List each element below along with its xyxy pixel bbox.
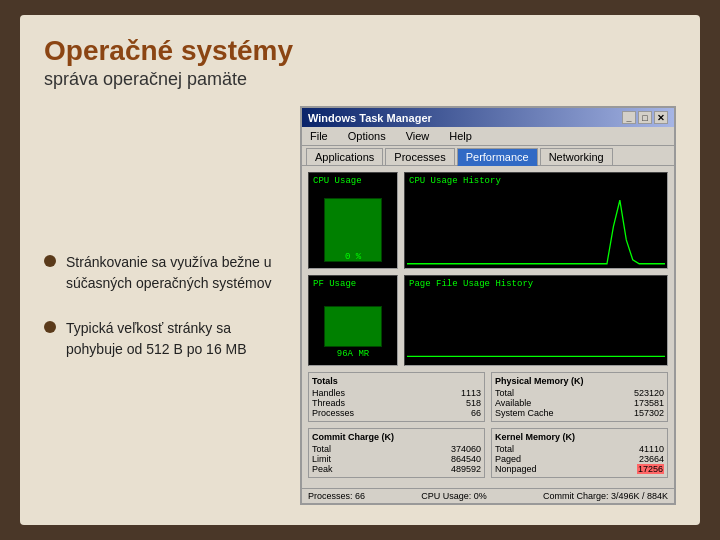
- window-tabs: Applications Processes Performance Netwo…: [302, 146, 674, 166]
- task-manager-window: Windows Task Manager _ □ ✕ File Options …: [300, 106, 676, 505]
- pf-usage-graph: 96A MR: [311, 290, 395, 363]
- status-processes: Processes: 66: [308, 491, 365, 501]
- table-row: Processes 66: [312, 408, 481, 418]
- window-title: Windows Task Manager: [308, 112, 432, 124]
- commit-charge-title: Commit Charge (K): [312, 432, 481, 442]
- nonpaged-value-highlighted: 17256: [637, 464, 664, 474]
- status-commit: Commit Charge: 3/496K / 884K: [543, 491, 668, 501]
- pf-usage-box: PF Usage 96A MR: [308, 275, 398, 366]
- close-button[interactable]: ✕: [654, 111, 668, 124]
- menu-options[interactable]: Options: [344, 129, 390, 143]
- table-row: Peak 489592: [312, 464, 481, 474]
- totals-title: Totals: [312, 376, 481, 386]
- table-row: Nonpaged 17256: [495, 464, 664, 474]
- kernel-memory-title: Kernel Memory (K): [495, 432, 664, 442]
- status-cpu: CPU Usage: 0%: [421, 491, 487, 501]
- table-row: Paged 23664: [495, 454, 664, 464]
- tab-applications[interactable]: Applications: [306, 148, 383, 165]
- cpu-usage-box: CPU Usage 0 %: [308, 172, 398, 269]
- cpu-usage-label: CPU Usage: [311, 175, 395, 187]
- svg-rect-1: [407, 290, 665, 363]
- table-row: Handles 1113: [312, 388, 481, 398]
- slide: Operačné systémy správa operačnej pamäte…: [20, 15, 700, 525]
- metrics-row-pf: PF Usage 96A MR Page File Usage History: [308, 275, 668, 366]
- bullet-text: Stránkovanie sa využíva bežne u súčasnýc…: [66, 252, 284, 294]
- cpu-percent-value: 0 %: [345, 252, 361, 262]
- tab-processes[interactable]: Processes: [385, 148, 454, 165]
- list-item: Typická veľkosť stránky sa pohybuje od 5…: [44, 318, 284, 360]
- metrics-row-cpu: CPU Usage 0 % CPU Usage History: [308, 172, 668, 269]
- bullet-text: Typická veľkosť stránky sa pohybuje od 5…: [66, 318, 284, 360]
- window-titlebar: Windows Task Manager _ □ ✕: [302, 108, 674, 127]
- cpu-history-graph: [407, 187, 665, 266]
- slide-subtitle: správa operačnej pamäte: [44, 69, 676, 90]
- slide-header: Operačné systémy správa operačnej pamäte: [44, 35, 676, 90]
- table-row: Total 41110: [495, 444, 664, 454]
- window-body: CPU Usage 0 % CPU Usage History: [302, 166, 674, 488]
- window-menubar: File Options View Help: [302, 127, 674, 146]
- table-row: Available 173581: [495, 398, 664, 408]
- cpu-history-box: CPU Usage History: [404, 172, 668, 269]
- stats-section: Totals Handles 1113 Threads 518 Processe…: [308, 372, 668, 422]
- page-file-history-graph: [407, 290, 665, 363]
- tab-performance[interactable]: Performance: [457, 148, 538, 166]
- pf-usage-value: 96A MR: [337, 349, 369, 359]
- bullet-icon: [44, 321, 56, 333]
- bullet-icon: [44, 255, 56, 267]
- pf-usage-label: PF Usage: [311, 278, 395, 290]
- list-item: Stránkovanie sa využíva bežne u súčasnýc…: [44, 252, 284, 294]
- menu-help[interactable]: Help: [445, 129, 476, 143]
- slide-content: Stránkovanie sa využíva bežne u súčasnýc…: [44, 106, 676, 505]
- kernel-memory-box: Kernel Memory (K) Total 41110 Paged 2366…: [491, 428, 668, 478]
- menu-file[interactable]: File: [306, 129, 332, 143]
- slide-title: Operačné systémy: [44, 35, 676, 67]
- maximize-button[interactable]: □: [638, 111, 652, 124]
- commit-charge-box: Commit Charge (K) Total 374060 Limit 864…: [308, 428, 485, 478]
- table-row: System Cache 157302: [495, 408, 664, 418]
- totals-box: Totals Handles 1113 Threads 518 Processe…: [308, 372, 485, 422]
- window-statusbar: Processes: 66 CPU Usage: 0% Commit Charg…: [302, 488, 674, 503]
- table-row: Total 374060: [312, 444, 481, 454]
- table-row: Total 523120: [495, 388, 664, 398]
- menu-view[interactable]: View: [402, 129, 434, 143]
- page-file-history-label: Page File Usage History: [407, 278, 665, 290]
- table-row: Limit 864540: [312, 454, 481, 464]
- tab-networking[interactable]: Networking: [540, 148, 613, 165]
- cpu-history-label: CPU Usage History: [407, 175, 665, 187]
- cpu-usage-graph: 0 %: [311, 187, 395, 266]
- table-row: Threads 518: [312, 398, 481, 408]
- bullet-points: Stránkovanie sa využíva bežne u súčasnýc…: [44, 106, 284, 505]
- physical-memory-box: Physical Memory (K) Total 523120 Availab…: [491, 372, 668, 422]
- physical-memory-title: Physical Memory (K): [495, 376, 664, 386]
- minimize-button[interactable]: _: [622, 111, 636, 124]
- page-file-history-box: Page File Usage History: [404, 275, 668, 366]
- window-controls: _ □ ✕: [622, 111, 668, 124]
- svg-rect-0: [407, 187, 665, 266]
- stats-section-2: Commit Charge (K) Total 374060 Limit 864…: [308, 428, 668, 478]
